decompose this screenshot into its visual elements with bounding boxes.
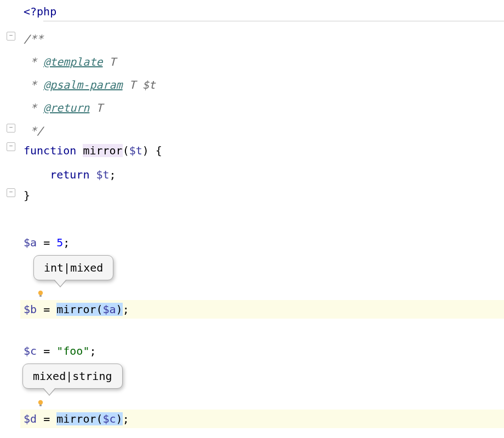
- code-line[interactable]: $c = "foo";: [20, 342, 504, 360]
- paren-close-brace: ) {: [142, 144, 162, 157]
- semicolon: ;: [89, 344, 96, 358]
- code-area[interactable]: <?php /** * @template T * @psalm-param T…: [20, 0, 504, 438]
- semicolon: ;: [123, 412, 129, 425]
- tooltip-text: int|mixed: [44, 261, 103, 274]
- svg-rect-3: [39, 405, 42, 406]
- fold-toggle-icon[interactable]: −: [7, 124, 15, 132]
- equals: =: [37, 412, 56, 425]
- code-line[interactable]: * @template T: [20, 53, 504, 71]
- code-line[interactable]: $a = 5;: [20, 233, 504, 252]
- doc-star: *: [24, 55, 43, 68]
- var-b: $b: [24, 303, 37, 316]
- code-line-highlighted[interactable]: $d = mirror($c);: [20, 410, 504, 428]
- paren-close: ): [116, 303, 123, 316]
- tooltip-tail-icon: [43, 388, 56, 396]
- doc-tag-return: @return: [43, 101, 89, 114]
- type-hint-tooltip: int|mixed: [33, 255, 113, 280]
- semicolon: ;: [63, 236, 70, 249]
- lightbulb-icon[interactable]: [37, 290, 44, 298]
- type-hint-tooltip: mixed|string: [22, 364, 123, 389]
- doc-arg: T: [103, 55, 116, 68]
- code-line[interactable]: * @psalm-param T $t: [20, 76, 504, 94]
- close-brace: }: [24, 189, 30, 202]
- fold-toggle-icon[interactable]: −: [7, 32, 15, 41]
- tooltip-tail-icon: [54, 280, 67, 287]
- arg-a: $a: [103, 303, 116, 316]
- code-line[interactable]: /**: [20, 30, 504, 48]
- lightbulb-icon[interactable]: [37, 400, 44, 407]
- var-d: $d: [24, 412, 37, 425]
- code-line[interactable]: function mirror($t) {: [20, 141, 504, 160]
- var-a: $a: [24, 236, 37, 249]
- paren-close: ): [116, 412, 123, 425]
- code-line[interactable]: * @return T: [20, 99, 504, 117]
- php-open-tag: <?php: [24, 5, 56, 18]
- code-line[interactable]: }: [20, 186, 504, 205]
- return-var: $t: [96, 168, 109, 181]
- tooltip-text: mixed|string: [33, 370, 112, 383]
- code-line-highlighted[interactable]: $b = mirror($a);: [20, 300, 504, 319]
- doc-tag-template: @template: [43, 55, 102, 68]
- gutter: − − − −: [0, 0, 20, 438]
- paren-open: (: [123, 144, 129, 157]
- param-var: $t: [129, 144, 142, 157]
- call-mirror: mirror: [56, 303, 96, 316]
- doc-arg: T: [89, 101, 102, 114]
- doc-arg: T $t: [123, 78, 156, 91]
- keyword-function: function: [24, 144, 83, 157]
- arg-c: $c: [103, 412, 116, 425]
- var-c: $c: [24, 344, 37, 358]
- doc-tag-psalm-param: @psalm-param: [43, 78, 123, 91]
- equals: =: [37, 236, 56, 249]
- fold-toggle-icon[interactable]: −: [7, 188, 15, 197]
- literal-5: 5: [56, 236, 63, 249]
- literal-foo: "foo": [56, 344, 89, 358]
- doc-star: *: [24, 101, 43, 114]
- semicolon: ;: [123, 303, 129, 316]
- svg-point-2: [38, 400, 43, 405]
- doc-star: *: [24, 78, 43, 91]
- equals: =: [37, 344, 56, 358]
- separator-line: [43, 21, 504, 21]
- call-mirror: mirror: [56, 412, 96, 425]
- code-editor[interactable]: − − − − <?php /** * @template T * @psalm…: [0, 0, 504, 438]
- fold-toggle-icon[interactable]: −: [7, 142, 15, 151]
- equals: =: [37, 303, 56, 316]
- code-line[interactable]: */: [20, 122, 504, 140]
- paren-open: (: [96, 303, 102, 316]
- doc-close: */: [24, 124, 43, 137]
- semicolon: ;: [110, 168, 116, 181]
- keyword-return: return: [50, 168, 96, 181]
- svg-rect-1: [39, 295, 42, 297]
- svg-point-0: [38, 291, 43, 295]
- paren-open: (: [96, 412, 102, 425]
- code-line[interactable]: return $t;: [20, 165, 504, 184]
- doc-open: /**: [24, 32, 43, 45]
- function-name: mirror: [83, 144, 122, 157]
- code-line[interactable]: <?php: [20, 2, 504, 21]
